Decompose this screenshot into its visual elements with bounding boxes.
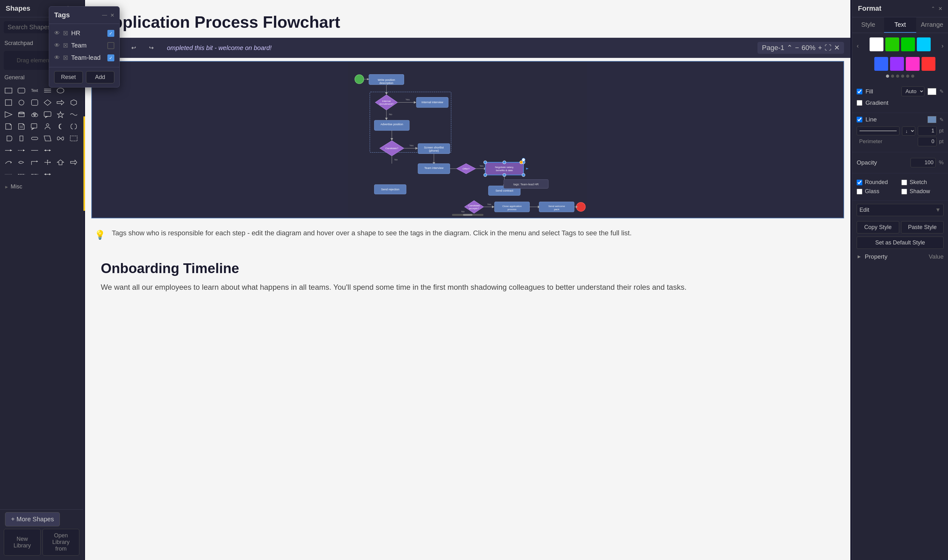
fill-checkbox[interactable] [857,89,862,94]
shape-long-dash[interactable] [16,169,27,180]
shape-elbow[interactable] [29,157,40,168]
tags-close-icon[interactable]: ✕ [110,12,114,18]
shape-multi-arrow[interactable] [42,157,53,168]
edit-button[interactable]: Edit ▼ [857,204,943,216]
tags-minimize-icon[interactable]: — [102,12,107,18]
palette-dot-2[interactable] [891,75,894,78]
shape-thick-arrow[interactable] [68,157,79,168]
shape-right-arrow[interactable] [55,97,66,108]
shape-dashed-arrow[interactable] [16,145,27,156]
shape-crescent[interactable] [55,121,66,132]
undo-button[interactable]: ↩ [127,41,141,55]
tab-arrange[interactable]: Arrange [916,17,948,33]
tags-add-button[interactable]: Add [86,71,115,83]
redo-button[interactable]: ↪ [144,41,158,55]
property-section[interactable]: ► Property Value [852,250,948,263]
palette-green[interactable] [901,37,915,51]
shadow-checkbox[interactable] [902,189,907,194]
shape-doc[interactable] [3,121,14,132]
shape-pill[interactable] [29,133,40,144]
fill-color-box[interactable] [928,88,936,95]
palette-dot-5[interactable] [906,75,909,78]
tab-text[interactable]: Text [884,17,916,33]
misc-section[interactable]: ► Misc [0,182,83,192]
shape-line-arrow[interactable] [3,145,14,156]
palette-lime[interactable] [885,37,899,51]
tags-reset-button[interactable]: Reset [54,71,83,83]
opacity-input[interactable] [911,158,936,168]
sketch-checkbox[interactable] [902,180,907,185]
shape-dotted-line[interactable] [3,169,14,180]
shape-cloud[interactable] [29,109,40,120]
rounded-checkbox[interactable] [857,180,862,185]
shape-wave[interactable] [68,109,79,120]
palette-dot-1[interactable] [886,75,889,78]
diagram-canvas[interactable]: Write position description Internal recr… [91,61,844,218]
fill-edit-icon[interactable]: ✎ [939,88,943,94]
shape-single-arrow[interactable] [55,157,66,168]
tag-checkbox-hr[interactable]: ✓ [107,30,114,37]
shape-speech-bubble[interactable] [42,109,53,120]
tag-checkbox-teamlead[interactable]: ✓ [107,54,114,62]
tab-style[interactable]: Style [852,17,884,33]
format-close-icon[interactable]: ✕ [938,6,942,12]
fill-mode-select[interactable]: Auto [902,86,924,96]
shape-parallelogram[interactable] [42,133,53,144]
default-style-button[interactable]: Set as Default Style [857,237,943,249]
palette-red[interactable] [922,57,936,71]
shape-curved-double[interactable] [16,157,27,168]
paste-style-button[interactable]: Paste Style [901,221,943,234]
shape-star[interactable] [55,109,66,120]
line-edit-icon[interactable]: ✎ [939,117,943,123]
zoom-minus-icon[interactable]: − [795,44,799,52]
palette-next-icon[interactable]: › [941,42,943,49]
tag-visibility-hr[interactable]: 👁 [54,30,60,37]
gradient-checkbox[interactable] [857,100,862,106]
palette-white[interactable] [869,37,883,51]
tag-visibility-team[interactable]: 👁 [54,42,60,49]
palette-dot-6[interactable] [911,75,914,78]
palette-cyan[interactable] [917,37,931,51]
close-diagram-icon[interactable]: ✕ [834,44,840,52]
line-checkbox[interactable] [857,117,862,122]
shape-rounded-square[interactable] [29,97,40,108]
format-collapse-icon[interactable]: ⌃ [931,6,935,12]
palette-pink[interactable] [906,57,920,71]
shape-double-arrow[interactable] [42,145,53,156]
shape-wave2[interactable] [55,133,66,144]
shape-rounded-rect[interactable] [16,85,27,96]
shape-text[interactable]: Text [29,85,40,96]
shape-rectangle[interactable] [3,85,14,96]
shape-person[interactable] [42,121,53,132]
palette-dot-4[interactable] [901,75,904,78]
shape-curved-arrow[interactable] [3,157,14,168]
zoom-plus-icon[interactable]: + [818,44,822,52]
page-indicator[interactable]: Page-1 ⌃ − 60% + ⛶ ✕ [757,42,844,54]
shape-arrow-both[interactable] [42,169,53,180]
shape-bracket2[interactable] [16,133,27,144]
line-color-box[interactable] [928,116,936,123]
shape-no-end-arrow[interactable] [29,145,40,156]
shape-callout[interactable] [29,121,40,132]
more-shapes-button[interactable]: + More Shapes [5,512,60,526]
tag-visibility-teamlead[interactable]: 👁 [54,54,60,61]
tag-checkbox-team[interactable] [107,42,114,49]
copy-style-button[interactable]: Copy Style [857,221,899,234]
open-library-button[interactable]: Open Library from [43,529,79,555]
shape-short-dash[interactable] [29,169,40,180]
shape-cylinder[interactable] [16,109,27,120]
shape-square[interactable] [3,97,14,108]
shape-d-shape[interactable] [3,133,14,144]
shape-dashed-rect[interactable] [68,133,79,144]
line-style-select[interactable]: ↓ [902,126,915,135]
palette-dot-3[interactable] [896,75,899,78]
shape-hexagon[interactable] [68,97,79,108]
glass-checkbox[interactable] [857,189,862,194]
perimeter-input[interactable] [918,137,937,146]
palette-purple[interactable] [890,57,904,71]
shape-circle[interactable] [16,97,27,108]
shape-diamond[interactable] [42,97,53,108]
shape-triangle-right[interactable] [3,109,14,120]
shape-bracket[interactable] [68,121,79,132]
palette-prev-icon[interactable]: ‹ [857,42,859,49]
